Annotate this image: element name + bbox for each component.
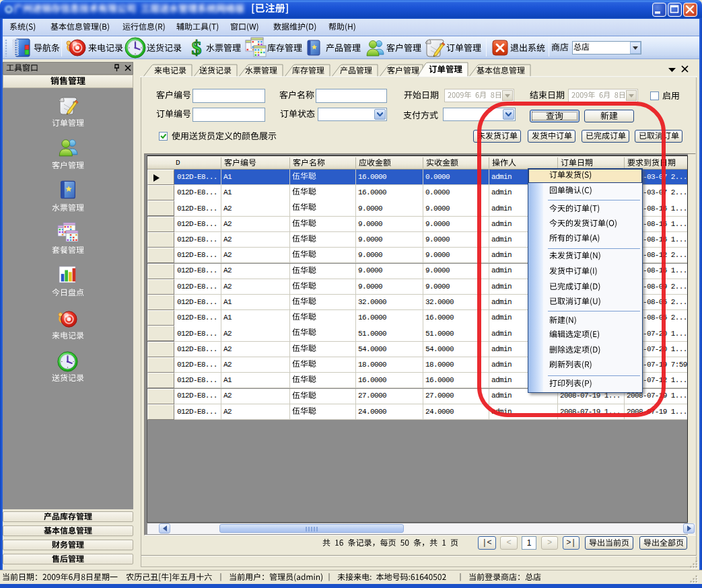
svg-text:$: $ xyxy=(192,38,202,58)
